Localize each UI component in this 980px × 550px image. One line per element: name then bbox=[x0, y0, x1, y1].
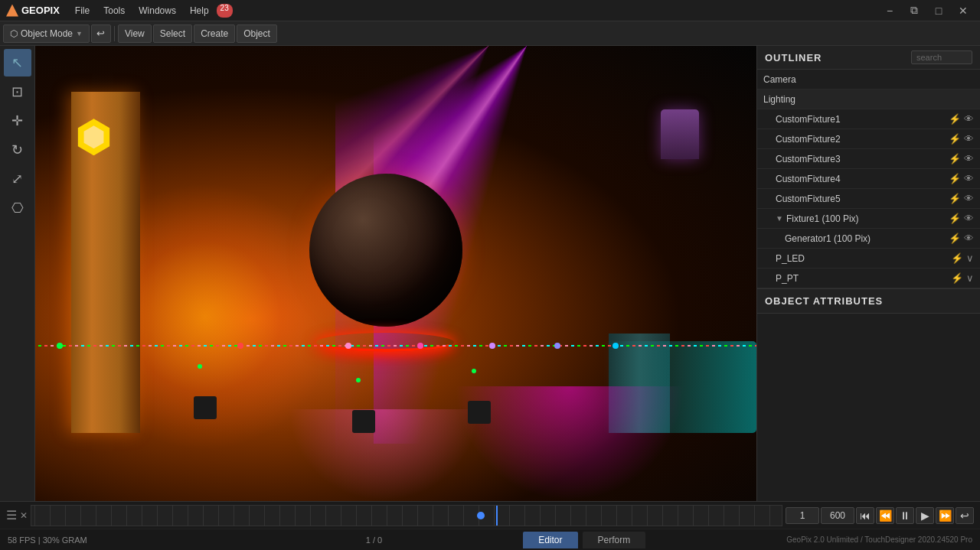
scale-tool-button[interactable]: ⤢ bbox=[4, 165, 31, 193]
outliner-cf1-label: CustomFixture1 bbox=[776, 114, 949, 125]
undo-button[interactable]: ↩ bbox=[91, 24, 111, 43]
outliner-item-customfixture2[interactable]: CustomFixture2 ⚡ 👁 bbox=[757, 129, 980, 149]
moving-head-2 bbox=[352, 410, 375, 433]
fixture-bolt-icon-4[interactable]: ⚡ bbox=[949, 173, 961, 184]
fixture-eye-icon[interactable]: 👁 bbox=[964, 113, 974, 125]
menu-tools[interactable]: Tools bbox=[97, 4, 131, 18]
track-dot-1 bbox=[57, 343, 63, 349]
start-frame-input[interactable] bbox=[786, 507, 819, 524]
rewind-button[interactable]: ⏮ bbox=[856, 507, 874, 524]
select-tool-button[interactable]: ↖ bbox=[4, 49, 31, 76]
sphere-led-ring bbox=[316, 333, 454, 352]
pled-dropdown-icon[interactable]: ∨ bbox=[966, 252, 974, 264]
menu-file[interactable]: File bbox=[69, 4, 96, 18]
outliner-cf2-icons: ⚡ 👁 bbox=[949, 133, 974, 145]
outliner-cf1-icons: ⚡ 👁 bbox=[949, 113, 974, 125]
left-column-object bbox=[71, 92, 140, 433]
move-tool-button[interactable]: ✛ bbox=[4, 107, 31, 135]
object-attributes-header: OBJECT ATTRIBUTES bbox=[757, 288, 980, 314]
outliner-item-generator1[interactable]: Generator1 (100 Pix) ⚡ 👁 bbox=[757, 229, 980, 249]
track-dot-3 bbox=[345, 343, 351, 349]
end-frame-input[interactable] bbox=[821, 507, 854, 524]
cyan-light-cone bbox=[603, 341, 756, 433]
dropdown-arrow-icon: ▼ bbox=[76, 30, 83, 37]
3d-viewport[interactable] bbox=[35, 46, 756, 501]
timeline-menu-icon[interactable]: ☰ bbox=[6, 508, 17, 522]
loop-button[interactable]: ↩ bbox=[956, 507, 974, 524]
object-button[interactable]: Object bbox=[237, 24, 277, 43]
track-dot-2 bbox=[237, 343, 243, 349]
object-mode-dropdown[interactable]: ⬡ Object Mode ▼ bbox=[3, 24, 90, 43]
fixture-bolt-icon[interactable]: ⚡ bbox=[949, 113, 961, 125]
fixture-bolt-icon-2[interactable]: ⚡ bbox=[949, 133, 961, 145]
titlebar: GEOPIX File Tools Windows Help 23 − ⧉ □ … bbox=[0, 0, 980, 21]
track-line bbox=[35, 345, 756, 347]
outliner-cf3-icons: ⚡ 👁 bbox=[949, 153, 974, 164]
play-pause-button[interactable]: ⏸ bbox=[896, 507, 914, 524]
outliner-pled-icons: ⚡ ∨ bbox=[951, 252, 974, 264]
view-button[interactable]: View bbox=[118, 24, 152, 43]
outliner-item-camera[interactable]: Camera bbox=[757, 70, 980, 89]
ppt-bolt-icon[interactable]: ⚡ bbox=[951, 272, 963, 284]
timeline-close-icon[interactable]: ✕ bbox=[20, 510, 28, 521]
prev-frame-button[interactable]: ⏪ bbox=[876, 507, 894, 524]
close-button[interactable]: ✕ bbox=[952, 3, 974, 18]
fixture1-collapse-icon[interactable]: ▼ bbox=[776, 214, 783, 223]
outliner-generator1-icons: ⚡ 👁 bbox=[949, 233, 974, 244]
outliner-item-ppt[interactable]: P_PT ⚡ ∨ bbox=[757, 268, 980, 288]
object-mode-icon: ⬡ bbox=[10, 28, 18, 39]
select-button[interactable]: Select bbox=[153, 24, 192, 43]
outliner-item-pled[interactable]: P_LED ⚡ ∨ bbox=[757, 249, 980, 268]
timeline: ☰ ✕ ⏮ ⏪ ⏸ ▶ ⏩ ↩ bbox=[0, 501, 980, 529]
outliner-cf3-label: CustomFixture3 bbox=[776, 154, 949, 164]
restore-button[interactable]: ⧉ bbox=[903, 3, 925, 18]
graph-tool-button[interactable]: ⎔ bbox=[4, 194, 31, 222]
toolbar: ⬡ Object Mode ▼ ↩ View Select Create Obj… bbox=[0, 21, 980, 46]
box-select-tool-button[interactable]: ⊡ bbox=[4, 78, 31, 106]
menu-windows[interactable]: Windows bbox=[132, 4, 182, 18]
app-logo: GEOPIX bbox=[6, 5, 60, 17]
fixture1-bolt-icon[interactable]: ⚡ bbox=[949, 213, 961, 224]
outliner-item-lighting[interactable]: Lighting bbox=[757, 89, 980, 109]
fixture-bolt-icon-3[interactable]: ⚡ bbox=[949, 153, 961, 164]
fixture-eye-icon-2[interactable]: 👁 bbox=[964, 133, 974, 145]
frame-counter: 1 / 0 bbox=[366, 535, 382, 545]
fixture-bolt-icon-5[interactable]: ⚡ bbox=[949, 193, 961, 204]
fixture-hexagon-shape bbox=[75, 119, 112, 155]
outliner-ppt-label: P_PT bbox=[776, 273, 951, 284]
rotate-tool-button[interactable]: ↻ bbox=[4, 136, 31, 164]
outliner-item-fixture1[interactable]: ▼ Fixture1 (100 Pix) ⚡ 👁 bbox=[757, 209, 980, 229]
menu-help[interactable]: Help bbox=[184, 4, 215, 18]
fixture-eye-icon-4[interactable]: 👁 bbox=[964, 173, 974, 184]
fixture-icon-display bbox=[75, 119, 113, 157]
outliner-item-customfixture1[interactable]: CustomFixture1 ⚡ 👁 bbox=[757, 109, 980, 129]
statusbar: 58 FPS | 30% GRAM 1 / 0 Editor Perform G… bbox=[0, 529, 980, 550]
minimize-button[interactable]: − bbox=[879, 3, 900, 18]
create-button[interactable]: Create bbox=[194, 24, 235, 43]
outliner-search-input[interactable] bbox=[911, 50, 972, 64]
outliner-item-customfixture5[interactable]: CustomFixture5 ⚡ 👁 bbox=[757, 189, 980, 209]
object-attributes-content bbox=[757, 314, 980, 501]
editor-tab[interactable]: Editor bbox=[523, 532, 577, 548]
outliner-cf4-label: CustomFixture4 bbox=[776, 174, 949, 184]
fixture-eye-icon-3[interactable]: 👁 bbox=[964, 153, 974, 164]
outliner-item-customfixture4[interactable]: CustomFixture4 ⚡ 👁 bbox=[757, 169, 980, 189]
maximize-button[interactable]: □ bbox=[928, 3, 949, 18]
pled-bolt-icon[interactable]: ⚡ bbox=[951, 252, 963, 264]
generator1-eye-icon[interactable]: 👁 bbox=[964, 233, 974, 244]
fixture-ghost-object bbox=[661, 109, 699, 159]
ppt-dropdown-icon[interactable]: ∨ bbox=[966, 272, 974, 284]
timeline-bar[interactable] bbox=[31, 505, 782, 526]
object-mode-label: Object Mode bbox=[21, 28, 73, 39]
main-content: ↖ ⊡ ✛ ↻ ⤢ ⎔ bbox=[0, 46, 980, 501]
fixture1-eye-icon[interactable]: 👁 bbox=[964, 213, 974, 224]
perform-tab[interactable]: Perform bbox=[583, 532, 646, 548]
next-frame-button[interactable]: ⏩ bbox=[936, 507, 954, 524]
fixture-eye-icon-5[interactable]: 👁 bbox=[964, 193, 974, 204]
outliner-item-customfixture3[interactable]: CustomFixture3 ⚡ 👁 bbox=[757, 149, 980, 169]
play-button[interactable]: ▶ bbox=[916, 507, 934, 524]
object-attributes-title: OBJECT ATTRIBUTES bbox=[765, 295, 883, 307]
outliner-cf5-icons: ⚡ 👁 bbox=[949, 193, 974, 204]
generator1-bolt-icon[interactable]: ⚡ bbox=[949, 233, 961, 244]
outliner-ppt-icons: ⚡ ∨ bbox=[951, 272, 974, 284]
